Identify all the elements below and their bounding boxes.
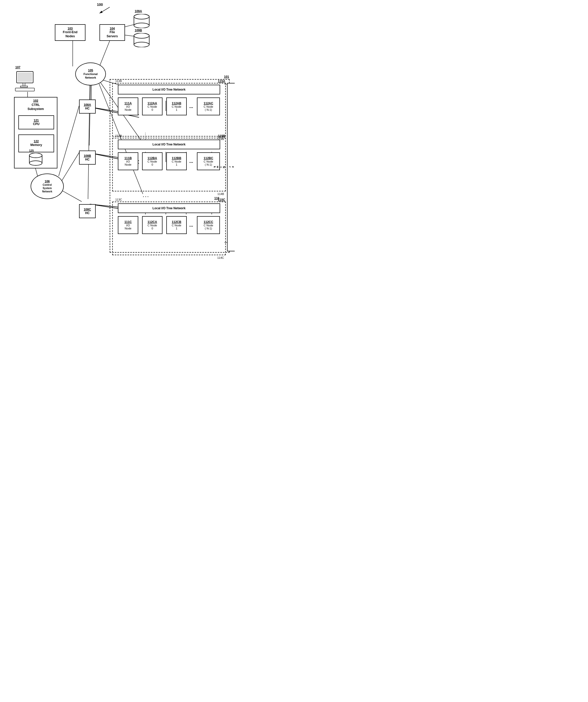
ref-102: 102 bbox=[33, 99, 38, 103]
c-node-BB-label: C Node1 bbox=[172, 160, 181, 166]
ref-121: 121 bbox=[34, 119, 39, 122]
ref-105: 105 bbox=[88, 69, 93, 72]
local-io-tree-A-label: Local I/O Tree Network bbox=[153, 88, 185, 91]
c-node-AA-label: C Node0 bbox=[147, 105, 157, 111]
ref-115C: 115C bbox=[218, 198, 225, 202]
functional-network-circle: 105 FunctionalNetwork bbox=[75, 63, 106, 86]
front-end-nodes-box: 103 Front-EndNodes bbox=[55, 24, 86, 41]
io-node-A-label: I/ONode bbox=[125, 105, 131, 111]
hc-C-label: HC bbox=[85, 211, 90, 215]
c-node-AB-label: C Node1 bbox=[172, 105, 181, 111]
control-system-network-circle: 106 ControlSystemNetwork bbox=[31, 173, 64, 199]
ref-112BC: 112BC bbox=[203, 156, 213, 160]
svg-point-46 bbox=[134, 33, 149, 38]
file-servers-box: 104 FileServers bbox=[100, 24, 125, 41]
ref-112BA: 112BA bbox=[147, 156, 157, 160]
ref-113B: 113B bbox=[115, 134, 122, 137]
row-B-dashed-box: 113B 115B Local I/O Tree Network 111B I/… bbox=[112, 138, 226, 192]
ref-103: 103 bbox=[67, 27, 73, 30]
control-system-network-label: ControlSystemNetwork bbox=[42, 183, 52, 193]
cpu-box: 121 CPU bbox=[18, 115, 54, 129]
ref-100-label: 100 bbox=[97, 3, 103, 7]
c-node-AC-label: C Node( N-1) bbox=[203, 105, 213, 111]
dots-between-rows: · · · bbox=[143, 195, 148, 199]
c-node-112CC: 112CC C Node( N-1) bbox=[197, 216, 220, 234]
local-io-tree-C: Local I/O Tree Network bbox=[118, 203, 220, 213]
ref-104: 104 bbox=[110, 27, 115, 30]
ref-111B: 111B bbox=[125, 156, 132, 160]
c-node-112BA: 112BA C Node0 bbox=[142, 152, 162, 170]
dots-C: ··· bbox=[189, 224, 193, 229]
ctrl-subsystem-label: CTRLSubsystem bbox=[15, 103, 57, 111]
c-node-112CA: 112CA C Node0 bbox=[142, 216, 162, 234]
ref-112AC: 112AC bbox=[203, 102, 213, 105]
svg-line-14 bbox=[59, 106, 79, 176]
workstation-107: 107 bbox=[14, 70, 37, 92]
io-node-111C: 111C I/ONode bbox=[118, 216, 138, 234]
ref-112BB: 112BB bbox=[172, 156, 181, 160]
svg-line-16 bbox=[61, 190, 82, 202]
c-node-112CB: 112CB C Node1 bbox=[166, 216, 187, 234]
ref-108B: 108B bbox=[84, 154, 91, 158]
row-A-dashed-box: 113A 115A Local I/O Tree Network 111A I/… bbox=[112, 83, 226, 136]
ref-115A: 115A bbox=[218, 79, 225, 83]
local-io-tree-C-label: Local I/O Tree Network bbox=[153, 207, 185, 210]
svg-rect-50 bbox=[20, 86, 27, 87]
ref-122: 122 bbox=[34, 140, 39, 143]
svg-line-3 bbox=[100, 41, 110, 66]
c-node-CA-label: C Node0 bbox=[147, 224, 157, 230]
dots-B: ··· bbox=[189, 160, 193, 165]
svg-point-54 bbox=[29, 161, 42, 165]
svg-point-45 bbox=[134, 42, 149, 47]
ref-114C: 114C bbox=[217, 256, 224, 259]
dots-A: ··· bbox=[189, 105, 193, 111]
c-node-112AC: 112AC C Node( N-1) bbox=[197, 98, 220, 115]
c-node-112AB: 112AB C Node1 bbox=[166, 98, 187, 115]
io-node-B-label: I/ONode bbox=[125, 160, 131, 166]
hc-A-label: HC bbox=[85, 107, 90, 110]
hc-B-label: HC bbox=[85, 158, 90, 161]
svg-line-1 bbox=[100, 7, 110, 13]
c-node-BC-label: C Node( N-1) bbox=[203, 160, 213, 166]
ref-111C: 111C bbox=[125, 220, 132, 224]
db-109B: 109B bbox=[133, 33, 150, 47]
svg-rect-49 bbox=[23, 83, 25, 86]
c-node-CC-label: C Node( N-1) bbox=[203, 224, 213, 230]
ref-106: 106 bbox=[45, 180, 50, 183]
file-servers-label: FileServers bbox=[107, 30, 118, 38]
io-node-C-label: I/ONode bbox=[125, 224, 131, 230]
ref-112CC: 112CC bbox=[203, 220, 213, 224]
ref-111A: 111A bbox=[125, 102, 132, 105]
c-node-112AA: 112AA C Node0 bbox=[142, 98, 162, 115]
barrier-network-label: BarrierNtwk bbox=[213, 166, 235, 168]
ref-114B: 114B bbox=[217, 193, 224, 196]
cpu-label: CPU bbox=[33, 122, 39, 126]
ref-101: 101 bbox=[224, 75, 229, 79]
row-C-dashed-box: 113C 115C Local I/O Tree Network 111C I/… bbox=[112, 202, 226, 255]
barrier-network-box: BarrierNtwk bbox=[227, 83, 235, 251]
ref-113A: 113A bbox=[115, 79, 122, 83]
svg-point-42 bbox=[134, 14, 149, 19]
ref-112CB: 112CB bbox=[172, 220, 181, 224]
c-node-BA-label: C Node0 bbox=[147, 160, 157, 166]
ref-107: 107 bbox=[15, 66, 20, 69]
functional-network-label: FunctionalNetwork bbox=[84, 72, 98, 80]
hc-108B-box: 108B HC bbox=[79, 150, 96, 164]
c-node-CB-label: C Node1 bbox=[172, 224, 181, 230]
svg-line-7 bbox=[89, 84, 91, 145]
ref-115B: 115B bbox=[218, 134, 225, 138]
svg-rect-51 bbox=[15, 88, 34, 91]
svg-point-55 bbox=[29, 153, 42, 158]
svg-rect-48 bbox=[18, 73, 32, 82]
ref-109A: 109A bbox=[135, 9, 142, 13]
ctrl-subsystem-box: 102 CTRLSubsystem 121 CPU 122 Memory 125 bbox=[14, 97, 57, 168]
ref-108C: 108C bbox=[84, 208, 91, 211]
db-125: 125 bbox=[28, 153, 43, 166]
ref-112AA: 112AA bbox=[147, 102, 157, 105]
ref-112AB: 112AB bbox=[172, 102, 181, 105]
io-node-111A: 111A I/ONode bbox=[118, 98, 138, 115]
ref-109B: 109B bbox=[135, 28, 142, 32]
svg-point-41 bbox=[134, 23, 149, 28]
hc-108A-box: 108A HC bbox=[79, 100, 96, 114]
ref-125: 125 bbox=[29, 149, 34, 152]
